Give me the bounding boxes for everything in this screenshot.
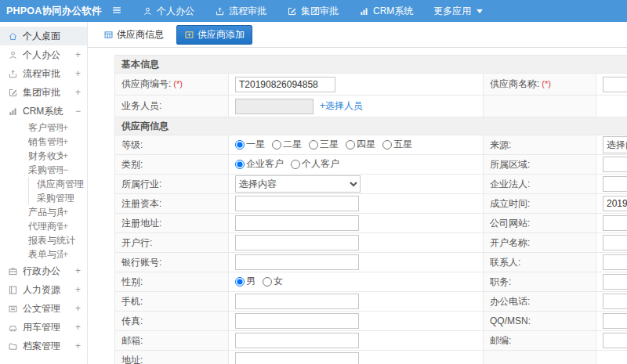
position-input[interactable] (603, 274, 627, 290)
nav-item-label: CRM系统 (373, 5, 413, 18)
gender-radio-1[interactable] (263, 277, 272, 287)
region-input[interactable] (603, 157, 627, 172)
tab-supplier-info[interactable]: 供应商信息 (99, 25, 169, 45)
registered-address-input[interactable] (235, 215, 359, 231)
level-radio-4[interactable] (382, 140, 392, 150)
sidebar-item-17[interactable]: 公文管理+ (0, 299, 87, 318)
expand-toggle-icon[interactable]: − (75, 106, 81, 117)
postcode-input[interactable] (603, 333, 627, 348)
level-radio-2[interactable] (309, 140, 318, 150)
form-row: 业务人员:+选择人员 (115, 96, 627, 117)
sidebar-item-6[interactable]: 销售管理+ (0, 135, 87, 149)
sidebar-item-7[interactable]: 财务收支+ (0, 149, 87, 163)
expand-toggle-icon[interactable]: + (75, 284, 81, 295)
sidebar-item-13[interactable]: 报表与统计 (0, 233, 87, 247)
category-radio-0[interactable] (235, 160, 245, 169)
sidebar-item-8[interactable]: 采购管理− (0, 163, 87, 177)
expand-toggle-icon[interactable]: + (75, 68, 81, 79)
expand-toggle-icon[interactable]: + (75, 87, 81, 98)
label-position: 职务: (484, 272, 596, 292)
gender-radio-0[interactable] (235, 277, 245, 287)
nav-item-4[interactable]: 更多应用 (433, 5, 483, 18)
category-radio-option[interactable]: 个人客户 (291, 157, 339, 171)
nav-item-2[interactable]: 集团审批 (287, 5, 339, 18)
sidebar-item-12[interactable]: 代理商管理+ (0, 219, 87, 233)
level-radio-3[interactable] (346, 140, 355, 150)
expand-toggle-icon[interactable]: + (63, 122, 68, 133)
level-radio-1[interactable] (272, 140, 281, 150)
level-radio-option[interactable]: 一星 (235, 138, 265, 151)
established-date-input[interactable] (603, 196, 627, 211)
expand-toggle-icon[interactable]: + (63, 150, 68, 161)
sidebar-item-18[interactable]: 用车管理+ (0, 318, 87, 337)
bank-account-input[interactable] (235, 254, 359, 270)
sidebar-item-1[interactable]: 个人办公+ (0, 45, 87, 64)
expand-toggle-icon[interactable]: + (75, 341, 81, 351)
nav-item-1[interactable]: 流程审批 (215, 5, 266, 18)
qq-msn-input[interactable] (603, 313, 627, 329)
fax-input[interactable] (235, 313, 359, 329)
expand-toggle-icon[interactable]: + (63, 136, 68, 147)
mobile-input[interactable] (235, 294, 359, 309)
sidebar-item-15[interactable]: 行政办公+ (0, 261, 87, 280)
sidebar-toggle-button[interactable] (111, 5, 122, 18)
sidebar-item-9[interactable]: 供应商管理 (28, 177, 87, 191)
legal-person-input[interactable] (603, 176, 627, 192)
category-radio-1[interactable] (291, 160, 300, 169)
nav-item-label: 集团审批 (301, 5, 339, 18)
sidebar-item-label: 表单与流程设置 (28, 248, 63, 261)
source-select[interactable]: 选择内容 (603, 136, 627, 153)
expand-toggle-icon[interactable]: + (63, 249, 68, 260)
gender-radio-option[interactable]: 女 (263, 275, 283, 288)
registered-capital-input[interactable] (235, 196, 359, 211)
category-radio-option[interactable]: 企业客户 (235, 157, 284, 171)
field-label: 联系人: (490, 257, 520, 268)
form-row: 邮箱:邮编: (115, 331, 627, 351)
supplier-code-input[interactable] (235, 77, 335, 92)
expand-toggle-icon[interactable]: + (75, 303, 81, 314)
select-person-link[interactable]: +选择人员 (320, 100, 363, 111)
expand-toggle-icon[interactable]: + (75, 265, 81, 276)
caret-down-icon (477, 9, 483, 13)
business-staff-input[interactable] (235, 99, 314, 114)
level-radio-option[interactable]: 四星 (346, 138, 375, 151)
sidebar-item-label: 人力资源 (23, 283, 71, 297)
expand-toggle-icon[interactable]: + (75, 49, 81, 60)
bank-branch-input[interactable] (235, 235, 359, 250)
company-website-input[interactable] (603, 215, 627, 231)
field-supplier-code (229, 74, 484, 96)
sidebar-item-4[interactable]: CRM系统− (0, 102, 87, 121)
level-radio-0[interactable] (235, 140, 245, 150)
expand-toggle-icon[interactable]: − (63, 164, 68, 175)
contact-person-input[interactable] (603, 254, 627, 270)
tab-supplier-add[interactable]: 供应商添加 (176, 25, 252, 45)
office-phone-input[interactable] (603, 294, 627, 309)
sidebar-item-2[interactable]: 流程审批+ (0, 64, 87, 83)
sidebar-item-14[interactable]: 表单与流程设置+ (0, 247, 87, 261)
sidebar-item-19[interactable]: 档案管理+ (0, 337, 87, 355)
email-input[interactable] (235, 333, 359, 348)
sidebar-item-16[interactable]: 人力资源+ (0, 280, 87, 299)
address-input[interactable] (235, 352, 359, 364)
level-radio-option[interactable]: 五星 (382, 138, 412, 151)
expand-toggle-icon[interactable]: + (75, 322, 81, 333)
field-bank-branch (229, 233, 484, 253)
supplier-name-input[interactable] (603, 77, 627, 92)
sidebar-item-10[interactable]: 采购管理 (28, 191, 87, 205)
nav-item-0[interactable]: 个人办公 (143, 5, 194, 18)
app-logo: PHPOA协同办公软件 (0, 5, 88, 18)
level-radio-option[interactable]: 二星 (272, 138, 302, 151)
expand-toggle-icon[interactable]: + (63, 207, 68, 218)
sidebar-item-5[interactable]: 客户管理+ (0, 121, 87, 135)
industry-select[interactable]: 选择内容 (235, 175, 361, 193)
account-name-input[interactable] (603, 235, 627, 250)
gender-radio-option[interactable]: 男 (235, 275, 256, 288)
level-radio-option[interactable]: 三星 (309, 138, 339, 151)
sidebar-item-0[interactable]: 个人桌面 (0, 27, 87, 45)
sidebar-item-11[interactable]: 产品与库存+ (0, 205, 87, 219)
sidebar-item-3[interactable]: 集团审批+ (0, 83, 87, 102)
form-row: 手机:办公电话: (115, 292, 627, 312)
expand-toggle-icon[interactable]: + (63, 221, 68, 232)
field-label: 开户名称: (490, 237, 530, 248)
nav-item-3[interactable]: CRM系统 (359, 5, 413, 18)
